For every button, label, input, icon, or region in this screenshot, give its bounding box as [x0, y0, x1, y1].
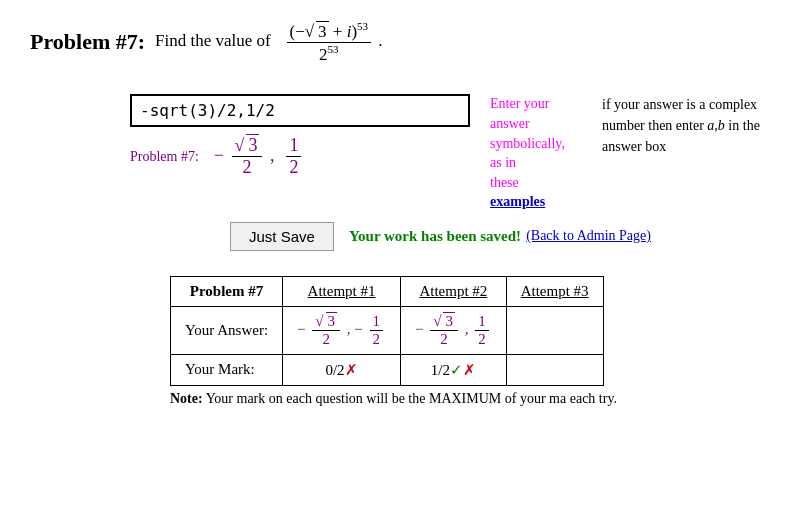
col-attempt1: Attempt #1 — [283, 276, 401, 306]
results-table: Problem #7 Attempt #1 Attempt #2 Attempt… — [170, 276, 604, 386]
ans-numer-1: √3 — [232, 135, 263, 157]
hint-box: Enter your answer symbolically, as in th… — [490, 94, 572, 212]
attempt2-answer-value: − √3 2 , 1 2 — [415, 321, 492, 337]
att1-frac1: √3 2 — [312, 313, 340, 348]
attempt2-check: ✓ — [450, 362, 463, 378]
attempt1-answer-value: − √3 2 , − 1 2 — [297, 321, 386, 337]
attempt3-answer — [506, 306, 603, 354]
attempt2-score: 1/2 — [431, 362, 450, 378]
answer-section: Problem #7: − √3 2 , 1 2 Enter your answ… — [130, 94, 762, 212]
fraction-denominator: 253 — [316, 43, 342, 65]
if-answer-text: if your answer is a complex number then … — [602, 97, 760, 154]
fraction-numerator: (−√3 + i)53 — [287, 20, 372, 43]
attempt1-score: 0/2 — [325, 362, 344, 378]
hint-line1: Enter your answer — [490, 96, 549, 131]
back-to-admin-link[interactable]: (Back to Admin Page) — [526, 228, 651, 244]
attempt2-mark: 1/2✓✗ — [401, 354, 507, 385]
problem-title: Problem #7: — [30, 29, 145, 55]
ans-numer-2: 1 — [286, 135, 301, 157]
col-attempt3: Attempt #3 — [506, 276, 603, 306]
attempt3-mark — [506, 354, 603, 385]
examples-link[interactable]: examples — [490, 194, 545, 209]
attempt2-x: ✗ — [463, 362, 476, 378]
answer-input[interactable] — [130, 94, 470, 127]
answer-input-area: Problem #7: − √3 2 , 1 2 — [130, 94, 470, 178]
problem-description: Find the value of (−√3 + i)53 253 . — [155, 20, 383, 64]
att1-frac2: 1 2 — [370, 313, 384, 348]
saved-message: Your work has been saved! — [349, 228, 521, 245]
rendered-math: − √3 2 , 1 2 — [214, 135, 305, 178]
attempt1-mark: 0/2✗ — [283, 354, 401, 385]
ans-denom-1: 2 — [239, 157, 254, 178]
your-answer-label: Your Answer: — [171, 306, 283, 354]
table-row-mark: Your Mark: 0/2✗ 1/2✓✗ — [171, 354, 604, 385]
col-attempt2: Attempt #2 — [401, 276, 507, 306]
your-mark-label: Your Mark: — [171, 354, 283, 385]
att2-frac1: √3 2 — [430, 313, 458, 348]
answer-fraction-2: 1 2 — [286, 135, 301, 178]
note-bold: Note: — [170, 391, 203, 406]
attempt1-answer: − √3 2 , − 1 2 — [283, 306, 401, 354]
attempt1-x: ✗ — [345, 362, 358, 378]
if-answer-box: if your answer is a complex number then … — [602, 94, 762, 157]
hint-line2: symbolically, as in — [490, 136, 565, 171]
att2-frac2: 1 2 — [475, 313, 489, 348]
save-button[interactable]: Just Save — [230, 222, 334, 251]
rendered-answer-row: Problem #7: − √3 2 , 1 2 — [130, 135, 470, 178]
attempt2-answer: − √3 2 , 1 2 — [401, 306, 507, 354]
col-problem: Problem #7 — [171, 276, 283, 306]
description-text: Find the value of — [155, 31, 271, 50]
main-fraction: (−√3 + i)53 253 — [287, 20, 372, 64]
ans-denom-2: 2 — [286, 157, 301, 178]
table-row-answer: Your Answer: − √3 2 , − 1 2 — [171, 306, 604, 354]
answer-fraction-1: √3 2 — [232, 135, 263, 178]
note-text: Your mark on each question will be the M… — [203, 391, 617, 406]
note-row: Note: Your mark on each question will be… — [170, 391, 762, 407]
save-row: Just Save Your work has been saved! (Bac… — [230, 222, 762, 251]
table-header-row: Problem #7 Attempt #1 Attempt #2 Attempt… — [171, 276, 604, 306]
problem-header: Problem #7: Find the value of (−√3 + i)5… — [30, 20, 762, 64]
problem-label-inline: Problem #7: — [130, 149, 199, 165]
hint-line3: these — [490, 175, 519, 190]
